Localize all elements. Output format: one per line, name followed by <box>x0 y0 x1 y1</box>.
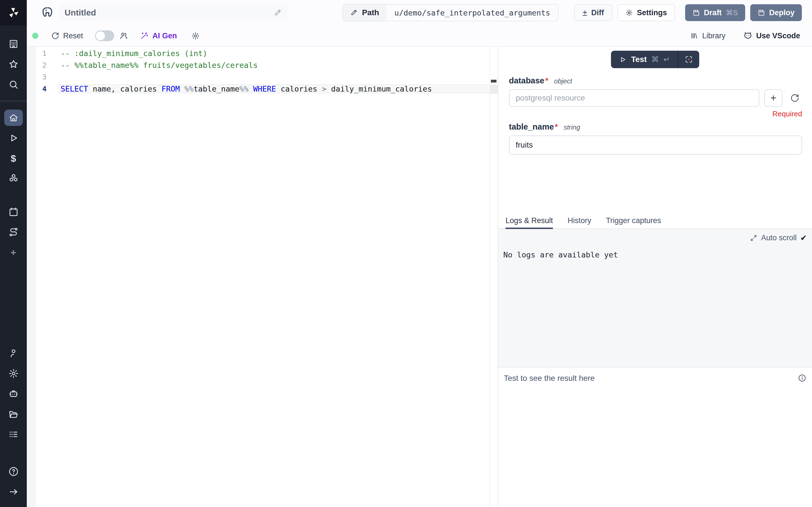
add-resource-button[interactable]: + <box>764 89 782 107</box>
table-name-input[interactable] <box>509 135 802 155</box>
sidebar-item-runs[interactable] <box>0 128 27 148</box>
line-code: -- %%table_name%% fruits/vegetables/cere… <box>58 61 489 69</box>
expand-icon[interactable] <box>750 234 757 242</box>
database-label-row: database * object <box>509 76 802 86</box>
plus-icon: + <box>11 247 16 258</box>
code-token-keyword: SELECT <box>61 84 88 93</box>
auto-scroll-label[interactable]: Auto scroll <box>761 233 797 242</box>
sidebar-item-flows[interactable] <box>0 222 27 242</box>
script-settings-button[interactable] <box>191 32 200 40</box>
sidebar-item-account[interactable] <box>0 343 27 363</box>
field-database: database * object + <box>509 76 802 118</box>
sidebar-foot-group <box>0 461 27 502</box>
info-icon <box>798 374 806 382</box>
database-resource-input[interactable] <box>509 89 759 107</box>
plus-minus-icon: ± <box>582 8 587 17</box>
path-value[interactable]: u/demo/safe_interpolated_arguments <box>387 4 558 21</box>
result-placeholder: Test to see the result here <box>504 374 595 383</box>
sidebar-item-settings[interactable] <box>0 363 27 384</box>
code-token-delim: %% <box>185 84 194 93</box>
reset-button[interactable]: Reset <box>51 32 83 40</box>
sidebar-gap <box>0 189 27 202</box>
settings-button[interactable]: Settings <box>617 4 675 21</box>
arrow-right-icon <box>8 487 19 497</box>
script-title-field[interactable] <box>59 4 287 21</box>
windmill-logo[interactable] <box>0 0 27 25</box>
field-table-name: table_name * string <box>509 122 802 155</box>
sidebar-item-expand[interactable] <box>0 482 27 502</box>
tab-trigger-captures[interactable]: Trigger captures <box>606 213 661 228</box>
draft-button-label: Draft <box>704 8 722 17</box>
tab-history[interactable]: History <box>567 213 591 228</box>
play-icon <box>8 133 19 144</box>
capture-button[interactable] <box>678 51 699 68</box>
editor-overview-ruler[interactable] <box>490 47 498 507</box>
code-lines: 1-- :daily_minimum_calories (int)2-- %%t… <box>36 47 489 95</box>
test-shortcut-cmd: ⌘ <box>651 55 659 64</box>
content-split: 1-- :daily_minimum_calories (int)2-- %%t… <box>27 47 812 507</box>
check-icon[interactable]: ✔ <box>801 233 807 242</box>
code-token-comment: -- %%table_name%% fruits/vegetables/cere… <box>61 61 258 69</box>
route-icon <box>8 227 19 237</box>
refresh-icon <box>790 94 799 103</box>
ruler-viewport-box <box>490 85 498 94</box>
use-vscode-button[interactable]: Use VScode <box>744 32 800 40</box>
ai-gen-button[interactable]: AI Gen <box>140 32 177 40</box>
sidebar-item-resources[interactable] <box>0 168 27 189</box>
sidebar-item-audit-logs[interactable] <box>0 424 27 445</box>
code-line-1[interactable]: 1-- :daily_minimum_calories (int) <box>36 47 489 59</box>
tab-history-label: History <box>567 216 591 225</box>
arguments-section: Test ⌘ ↵ <box>498 47 812 213</box>
collaborators-button[interactable] <box>119 31 128 40</box>
argument-fields: database * object + <box>498 68 812 155</box>
tab-logs-result[interactable]: Logs & Result <box>506 213 553 228</box>
tab-trigger-captures-label: Trigger captures <box>606 216 661 225</box>
database-input-row: + <box>509 89 802 107</box>
sidebar-item-folders[interactable] <box>0 404 27 424</box>
sidebar-item-workspace[interactable] <box>0 34 27 54</box>
top-header: Path u/demo/safe_interpolated_arguments … <box>27 0 812 25</box>
sidebar-item-search[interactable] <box>0 74 27 95</box>
line-number: 2 <box>36 61 47 69</box>
script-title-input[interactable] <box>64 8 274 17</box>
code-editor[interactable]: 1-- :daily_minimum_calories (int)2-- %%t… <box>27 47 498 507</box>
diff-button[interactable]: ± Diff <box>574 4 612 21</box>
code-token-plain: table_name <box>193 84 239 93</box>
star-icon <box>8 59 19 69</box>
users-icon <box>119 31 128 40</box>
sidebar-item-workers[interactable] <box>0 384 27 404</box>
code-token-operator: > <box>322 84 326 93</box>
draft-button[interactable]: Draft ⌘S <box>685 4 745 21</box>
code-line-3[interactable]: 3 <box>36 71 489 83</box>
path-badge[interactable]: Path u/demo/safe_interpolated_arguments <box>342 4 559 21</box>
database-field-name: database <box>509 76 545 86</box>
toggle-knob <box>96 31 105 40</box>
use-vscode-label: Use VScode <box>756 32 800 40</box>
library-button[interactable]: Library <box>690 32 725 40</box>
auto-scroll-control[interactable]: Auto scroll ✔ <box>503 233 807 242</box>
cubes-icon <box>8 173 19 184</box>
line-number: 3 <box>36 73 47 81</box>
library-icon <box>690 32 698 40</box>
sidebar-item-home[interactable] <box>0 108 27 128</box>
test-button[interactable]: Test ⌘ ↵ <box>611 51 677 68</box>
table-name-field-name: table_name <box>509 122 554 131</box>
deploy-button[interactable]: Deploy <box>750 4 802 21</box>
sidebar-item-favorites[interactable] <box>0 54 27 74</box>
code-line-2[interactable]: 2-- %%table_name%% fruits/vegetables/cer… <box>36 59 489 71</box>
refresh-resource-button[interactable] <box>788 89 802 107</box>
test-shortcut-enter: ↵ <box>663 55 670 64</box>
sidebar-item-variables[interactable]: $ <box>0 148 27 168</box>
sidebar-item-help[interactable] <box>0 461 27 482</box>
sidebar-item-create[interactable]: + <box>0 242 27 263</box>
search-icon <box>8 79 19 90</box>
edit-pencil-icon[interactable] <box>274 9 282 17</box>
code-line-4[interactable]: 4SELECT name, calories FROM %%table_name… <box>36 83 489 95</box>
code-token-comment: -- :daily_minimum_calories (int) <box>61 49 207 58</box>
sidebar-bottom-group <box>0 343 27 445</box>
collaboration-toggle[interactable] <box>95 31 114 41</box>
home-icon <box>8 112 19 123</box>
sidebar: $ + <box>0 0 27 507</box>
result-info-button[interactable] <box>798 374 806 383</box>
sidebar-item-schedules[interactable] <box>0 202 27 222</box>
